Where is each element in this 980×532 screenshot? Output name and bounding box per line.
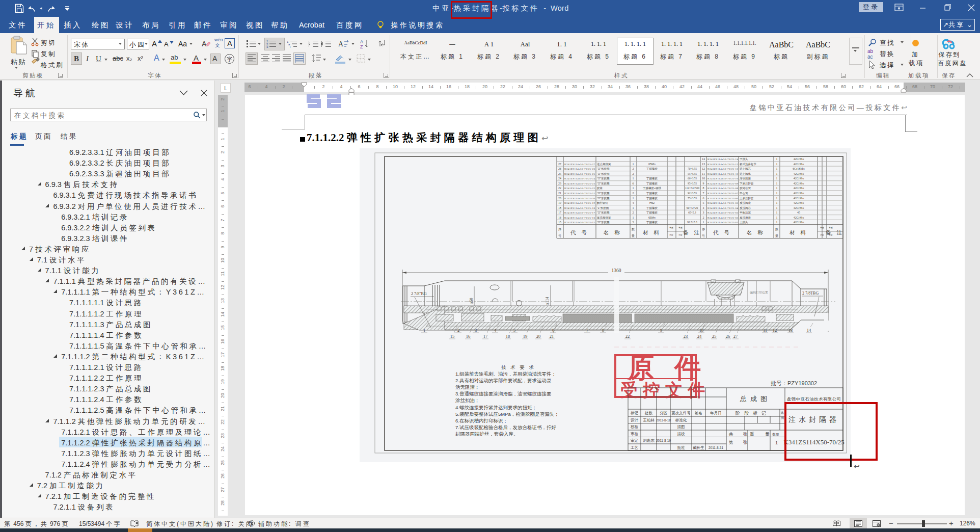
svg-text:6: 6 <box>703 197 704 200</box>
svg-text:2011-8-31: 2011-8-31 <box>709 446 724 449</box>
svg-text:K341ZS114x50-70/25-22: K341ZS114x50-70/25-22 <box>564 187 595 190</box>
svg-text:共: 共 <box>728 432 733 437</box>
svg-text:编码打印位置: 编码打印位置 <box>750 290 768 295</box>
svg-text:1: 1 <box>776 221 778 224</box>
svg-text:量: 量 <box>765 432 770 437</box>
svg-text:14: 14 <box>702 157 705 161</box>
svg-text:号: 号 <box>702 234 705 237</box>
svg-text:“O”形胶圈: “O”形胶圈 <box>597 211 609 214</box>
svg-text:42CrMo: 42CrMo <box>794 172 804 175</box>
svg-text:单重: 单重 <box>829 226 833 229</box>
svg-text:K341ZS114x50-70/25-01: K341ZS114x50-70/25-01 <box>707 221 739 224</box>
svg-text:丁腈橡胶: 丁腈橡胶 <box>646 167 658 170</box>
svg-text:2: 2 <box>633 192 634 195</box>
svg-text:序: 序 <box>558 227 561 231</box>
svg-text:量: 量 <box>632 234 635 237</box>
svg-text:盘锦中亚石油技术有限公司: 盘锦中亚石油技术有限公司 <box>787 396 841 402</box>
svg-text:K341ZS114x50-70/25-25: K341ZS114x50-70/25-25 <box>564 173 595 175</box>
svg-text:1: 1 <box>776 182 778 185</box>
svg-text:22: 22 <box>558 187 561 190</box>
svg-text:浮动接箍: 浮动接箍 <box>740 177 751 180</box>
svg-text:42CrMo: 42CrMo <box>794 182 804 185</box>
svg-text:描图: 描图 <box>677 424 685 429</box>
svg-text:12: 12 <box>702 167 705 170</box>
svg-text:2011-8-19: 2011-8-19 <box>656 439 671 442</box>
svg-text:K341ZS114x50-70/25-14: K341ZS114x50-70/25-14 <box>707 158 739 161</box>
svg-text:逆止阀体: 逆止阀体 <box>740 172 751 176</box>
svg-text:上接头: 上接头 <box>740 221 748 224</box>
svg-text:1: 1 <box>633 187 634 190</box>
svg-text:27: 27 <box>558 163 561 166</box>
svg-text:1: 1 <box>776 163 778 166</box>
svg-text:14: 14 <box>807 328 811 333</box>
svg-text:下接头: 下接头 <box>740 157 748 161</box>
svg-text:55×3.55: 55×3.55 <box>688 172 697 175</box>
svg-text:65Mn: 65Mn <box>648 216 656 219</box>
svg-text:Z: Z <box>360 44 363 49</box>
svg-text:K341ZS114x50-70/25-15: K341ZS114x50-70/25-15 <box>564 221 595 224</box>
svg-text:27: 27 <box>733 334 738 339</box>
svg-text:数: 数 <box>775 228 778 231</box>
svg-text:6Cr18Mo: 6Cr18Mo <box>793 167 804 170</box>
svg-text:13: 13 <box>788 328 793 333</box>
svg-text:9: 9 <box>660 328 662 333</box>
svg-text:逆止阀弹簧: 逆止阀弹簧 <box>597 163 611 166</box>
svg-text:材 料: 材 料 <box>790 229 808 235</box>
svg-text:17: 17 <box>483 334 488 339</box>
svg-text:1: 1 <box>776 211 778 214</box>
svg-text:“L”形胶圈: “L”形胶圈 <box>597 206 609 209</box>
svg-text:“O”形胶圈: “O”形胶圈 <box>597 177 609 180</box>
svg-text:18: 18 <box>506 334 510 339</box>
svg-text:K341ZS114x50-70/25-24: K341ZS114x50-70/25-24 <box>564 177 595 180</box>
svg-text:A: A <box>338 40 344 48</box>
svg-text:“O”形胶圈: “O”形胶圈 <box>597 192 609 195</box>
svg-text:单重: 单重 <box>669 226 673 229</box>
svg-text:20: 20 <box>558 197 561 200</box>
svg-text:3: 3 <box>475 328 477 333</box>
svg-text:(kg): (kg) <box>679 233 683 236</box>
svg-text:例: 例 <box>781 416 784 420</box>
svg-text:42CrMo: 42CrMo <box>794 163 804 166</box>
svg-text:11: 11 <box>763 328 767 333</box>
svg-text:1: 1 <box>776 192 778 195</box>
svg-text:反洗阀芯: 反洗阀芯 <box>740 206 751 210</box>
svg-text:65Mn: 65Mn <box>648 163 656 166</box>
svg-text:第: 第 <box>729 440 733 445</box>
svg-text:2 7/8TBG: 2 7/8TBG <box>802 291 819 296</box>
svg-text:2 7/8″BG: 2 7/8″BG <box>411 291 427 296</box>
svg-text:A: A <box>202 40 207 48</box>
svg-text:校核: 校核 <box>630 424 639 429</box>
svg-text:16: 16 <box>558 216 561 219</box>
svg-text:1: 1 <box>776 197 778 200</box>
svg-text:15: 15 <box>558 221 561 224</box>
svg-text:21: 21 <box>550 334 554 339</box>
svg-text:阶段标记: 阶段标记 <box>736 411 770 416</box>
svg-text:2: 2 <box>703 216 704 219</box>
svg-text:材 料: 材 料 <box>643 229 661 235</box>
svg-text:92×3.55: 92×3.55 <box>688 192 697 195</box>
svg-text:张: 张 <box>743 432 748 437</box>
svg-text:胶筒: 胶筒 <box>597 187 603 190</box>
svg-text:标记: 标记 <box>630 411 639 415</box>
svg-text:标准化: 标准化 <box>675 418 687 422</box>
svg-text:3.普通螺纹连接要涂润滑脂，油管螺纹连接要: 3.普通螺纹连接要涂润滑脂，油管螺纹连接要 <box>455 391 552 396</box>
svg-text:2: 2 <box>457 328 459 333</box>
svg-text:工艺: 工艺 <box>631 445 639 450</box>
svg-text:8: 8 <box>703 187 704 190</box>
svg-text:丁腈橡胶: 丁腈橡胶 <box>646 221 658 224</box>
svg-text:反洗阀弹簧: 反洗阀弹簧 <box>597 216 611 220</box>
svg-text:21: 21 <box>558 192 561 195</box>
svg-text:K341ZS114x50-70/25-05: K341ZS114x50-70/25-05 <box>707 202 739 204</box>
svg-text:φ114: φ114 <box>545 297 550 305</box>
svg-text:丁腈橡胶: 丁腈橡胶 <box>646 206 658 209</box>
svg-text:数: 数 <box>632 228 635 231</box>
svg-text:92.5×5.3: 92.5×5.3 <box>687 221 697 224</box>
svg-text:66×3.55: 66×3.55 <box>688 177 697 180</box>
svg-text:签名: 签名 <box>695 411 702 415</box>
svg-text:原件: 原件 <box>627 353 721 383</box>
svg-text:75×3.55: 75×3.55 <box>688 197 697 200</box>
svg-text:25: 25 <box>712 334 717 339</box>
svg-text:3: 3 <box>266 45 268 48</box>
svg-text:“O”形胶圈: “O”形胶圈 <box>597 172 609 175</box>
svg-text:1.组装前去除毛刺、油污，并用柴油清洗零件；: 1.组装前去除毛刺、油污，并用柴油清洗零件； <box>455 371 556 377</box>
